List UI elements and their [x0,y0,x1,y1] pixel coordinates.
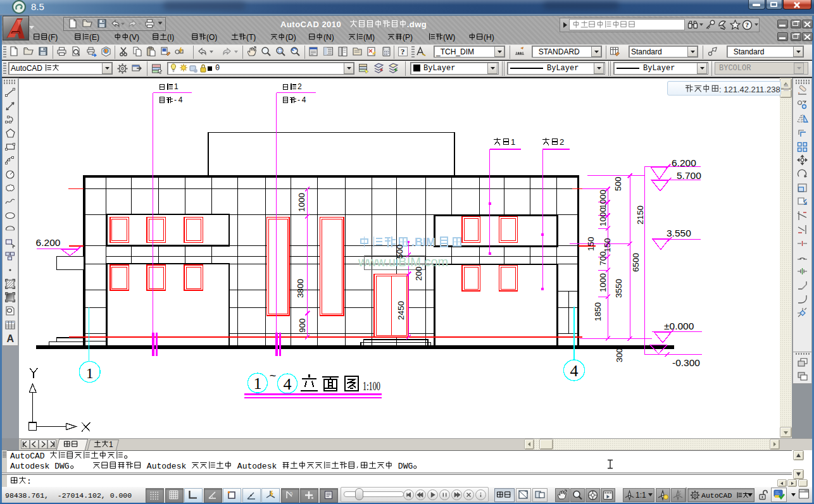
svg-text:5.700: 5.700 [677,170,701,181]
svg-text:-: - [297,95,300,104]
svg-text:A: A [7,333,15,344]
svg-text:4: 4 [570,362,579,380]
svg-text:300: 300 [615,348,624,362]
svg-text:2: 2 [297,82,302,91]
svg-text:150: 150 [586,237,596,251]
svg-text:150: 150 [603,238,612,252]
svg-text:?: ? [401,47,405,56]
svg-text:4: 4 [284,375,292,393]
svg-text:1: 1 [253,374,261,393]
svg-text:1000: 1000 [598,190,608,209]
svg-text:4: 4 [178,95,183,104]
svg-text:3550: 3550 [614,279,623,298]
svg-text:5: 5 [290,491,293,496]
svg-text:2150: 2150 [636,206,645,224]
svg-text:1850: 1850 [593,302,603,321]
svg-text:2450: 2450 [396,301,406,320]
svg-text:4: 4 [302,95,306,104]
svg-text:900: 900 [297,318,307,333]
svg-text:1:100: 1:100 [363,380,380,393]
svg-text:3.550: 3.550 [667,228,691,238]
svg-text:2: 2 [560,137,564,147]
svg-text:700: 700 [598,251,608,266]
svg-text:1: 1 [86,365,94,381]
svg-text:?: ? [745,21,749,28]
svg-text:.BIM: .BIM [411,236,435,249]
svg-text:1: 1 [511,137,515,147]
svg-text:-: - [174,95,177,104]
svg-text:1000: 1000 [598,273,608,292]
svg-text:500: 500 [395,244,404,259]
svg-text:6.200: 6.200 [672,157,696,168]
svg-text:~: ~ [270,369,277,382]
svg-text:1: 1 [174,82,178,91]
svg-text:500: 500 [613,176,623,191]
svg-text:6.200: 6.200 [36,237,61,248]
svg-text:3800: 3800 [296,279,305,298]
svg-text:200: 200 [414,266,423,281]
svg-text:-0.300: -0.300 [672,357,700,368]
svg-text:1000: 1000 [297,193,306,212]
svg-text:1000: 1000 [598,207,608,226]
svg-text:6500: 6500 [631,253,641,272]
svg-text:±0.000: ±0.000 [664,321,694,331]
